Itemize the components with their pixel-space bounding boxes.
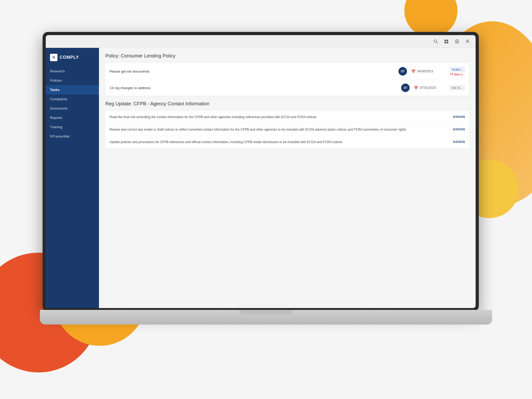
app-container: N COMPLY Research Policies Tasks [46,35,476,308]
play-icon[interactable] [453,38,461,45]
logo-box: N [50,54,57,61]
sidebar-item-complaints[interactable]: Complaints [46,94,99,104]
sidebar-item-policies[interactable]: Policies [46,76,99,85]
reg-item-3-assign[interactable]: ASSIGN [453,140,465,143]
task-2-status-badge: Not St... [449,85,465,90]
task-row-1: Please get me documents DT 📅 04/30/2023 … [105,63,469,80]
reg-item-2-assign[interactable]: ASSIGN [453,127,465,131]
laptop-screen: N COMPLY Research Policies Tasks [43,32,479,311]
sidebar-item-ntransmittal[interactable]: NTransmittal [46,132,99,141]
laptop: N COMPLY Research Policies Tasks [43,32,489,325]
reg-item-1-text: Read the final rule amending the contact… [110,115,450,119]
calendar-icon-2: 📅 [414,86,418,90]
policy-tasks-card: Please get me documents DT 📅 04/30/2023 … [105,63,469,96]
reg-item-1-assign[interactable]: ASSIGN [453,115,465,118]
task-2-name: 13 reg changes to address [110,86,397,90]
sidebar: N COMPLY Research Policies Tasks [46,48,99,308]
svg-marker-7 [456,40,458,42]
task-row-2: 13 reg changes to address DT 📅 07/31/202… [105,80,469,96]
task-2-date: 07/31/2023 [420,86,436,90]
sidebar-item-reports[interactable]: Reports [46,113,99,122]
logo-text: COMPLY [60,55,79,60]
calendar-icon-1: 📅 [411,69,415,73]
task-1-overdue: 74 days o... [450,73,465,76]
reg-item-1: Read the final rule amending the contact… [105,111,469,123]
svg-rect-4 [444,42,446,43]
task-1-date-cell: 📅 04/30/2023 [411,69,443,73]
reg-item-2: Review and correct any model or draft no… [105,123,469,136]
svg-line-1 [437,42,438,43]
reg-section-title: Reg Update: CFPB - Agency Contact Inform… [105,101,469,107]
laptop-notch [239,310,293,315]
sidebar-item-tasks[interactable]: Tasks [46,85,99,94]
logo-area: N COMPLY [46,51,99,66]
header-bar [46,35,476,48]
grid-icon[interactable] [443,38,450,45]
task-1-name: Please get me documents [110,69,394,73]
task-1-date: 04/30/2023 [417,69,433,73]
reg-item-3: Update policies and procedures for CFPB … [105,136,469,148]
reg-item-3-text: Update policies and procedures for CFPB … [110,140,450,144]
sidebar-item-research[interactable]: Research [46,66,99,76]
task-2-date-cell: 📅 07/31/2023 [414,86,446,90]
task-2-avatar: DT [401,84,410,92]
reg-card: Read the final rule amending the contact… [105,111,469,148]
laptop-base [40,310,492,325]
sidebar-item-documents[interactable]: Documents [46,104,99,113]
task-1-status-group: In-pro... 74 days o... [446,67,465,76]
user-icon[interactable] [464,38,471,45]
search-icon[interactable] [432,38,439,45]
content-area: Policy: Consumer Lending Policy Please g… [99,48,476,308]
task-1-status-badge: In-pro... [450,67,465,72]
svg-rect-5 [447,42,448,43]
main-row: N COMPLY Research Policies Tasks [46,48,476,308]
task-1-avatar: DT [398,67,407,76]
sidebar-item-training[interactable]: Training [46,122,99,132]
policy-section-title: Policy: Consumer Lending Policy [105,53,469,59]
screen-inner: N COMPLY Research Policies Tasks [46,35,476,308]
blob-orange-top [404,0,458,37]
svg-point-8 [467,40,468,41]
svg-rect-3 [447,40,448,41]
svg-rect-2 [444,40,446,41]
header-icons [432,38,471,45]
reg-item-2-text: Review and correct any model or draft no… [110,127,450,132]
